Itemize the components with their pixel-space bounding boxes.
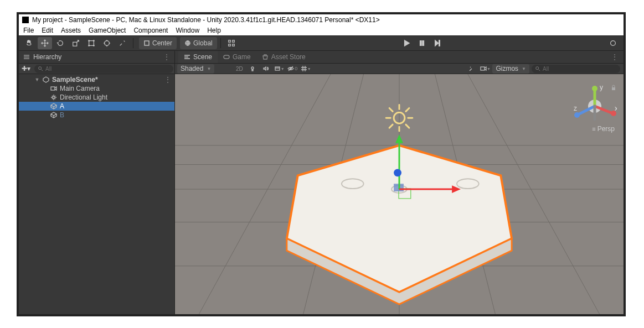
custom-tool[interactable] <box>115 37 130 49</box>
svg-point-25 <box>536 67 539 70</box>
main-toolbar: Center Global <box>19 35 624 51</box>
scene-node[interactable]: ▼ SampleScene* ⋮ <box>19 75 174 84</box>
menu-edit[interactable]: Edit <box>42 27 53 34</box>
tab-game[interactable]: Game <box>218 51 256 63</box>
svg-rect-14 <box>423 41 424 46</box>
transform-tool[interactable] <box>100 37 114 49</box>
app-icon <box>22 17 29 23</box>
hierarchy-tab[interactable]: Hierarchy ⋮ <box>19 51 174 63</box>
audio-toggle[interactable] <box>260 64 272 74</box>
fold-icon[interactable]: ▼ <box>34 77 40 82</box>
hidden-toggle[interactable]: 0 <box>286 64 298 74</box>
scale-tool[interactable] <box>69 37 83 49</box>
hierarchy-search[interactable]: All <box>34 65 173 73</box>
svg-rect-7 <box>145 41 149 45</box>
hierarchy-item[interactable]: Main Camera <box>19 84 174 93</box>
svg-rect-22 <box>275 67 280 70</box>
camera-icon[interactable]: ▼ <box>479 64 491 74</box>
svg-rect-13 <box>420 41 422 46</box>
space-toggle[interactable]: Global <box>180 37 217 49</box>
svg-point-59 <box>592 86 597 91</box>
grid-toggle[interactable]: ▼ <box>300 64 312 74</box>
hierarchy-item-selected[interactable]: A <box>19 102 174 111</box>
unity-icon <box>42 76 50 84</box>
step-button[interactable] <box>430 37 445 49</box>
search-placeholder: All <box>543 66 549 72</box>
item-label: A <box>60 102 64 110</box>
search-icon <box>535 66 540 71</box>
tools-icon[interactable] <box>466 64 478 74</box>
projection-label[interactable]: ≡ Persp <box>592 125 615 133</box>
viewport-svg <box>175 74 624 314</box>
svg-point-6 <box>105 41 110 46</box>
create-button[interactable]: ✚▾ <box>19 65 33 72</box>
menu-assets[interactable]: Assets <box>61 27 81 34</box>
gizmos-dropdown[interactable]: Gizmos▼ <box>492 64 529 74</box>
axis-z-label: z <box>574 105 577 112</box>
svg-rect-11 <box>228 44 230 46</box>
scene-viewport[interactable]: y x z ≡ Persp <box>175 74 624 314</box>
hand-tool[interactable] <box>22 37 37 49</box>
svg-point-56 <box>394 169 401 176</box>
scene-menu-icon[interactable]: ⋮ <box>164 76 174 84</box>
rotate-tool[interactable] <box>53 37 68 49</box>
item-label: Main Camera <box>60 85 100 92</box>
svg-rect-18 <box>51 87 55 90</box>
window-titlebar: My project - SampleScene - PC, Mac & Lin… <box>19 14 624 25</box>
panel-menu-icon[interactable]: ⋮ <box>611 53 620 61</box>
svg-line-46 <box>389 108 393 111</box>
scene-toolbar: Shaded▼ 2D ▼ 0 ▼ ▼ Gizmos▼ All <box>175 63 624 74</box>
svg-point-21 <box>251 67 254 69</box>
play-button[interactable] <box>399 37 414 49</box>
2d-toggle[interactable]: 2D <box>233 64 245 74</box>
pause-button[interactable] <box>415 37 429 49</box>
svg-rect-9 <box>228 40 230 43</box>
svg-point-63 <box>574 112 580 118</box>
menu-gameobject[interactable]: GameObject <box>89 27 126 34</box>
hierarchy-item[interactable]: Directional Light <box>19 93 174 102</box>
lighting-toggle[interactable] <box>246 64 259 74</box>
menu-component[interactable]: Component <box>133 27 168 34</box>
search-icon <box>38 66 43 71</box>
rect-tool[interactable] <box>84 37 99 49</box>
svg-point-19 <box>53 96 55 98</box>
layers-button[interactable] <box>606 37 620 49</box>
svg-line-49 <box>406 108 409 111</box>
svg-rect-24 <box>481 67 485 70</box>
watermark: CSDN @韩曙亮 <box>588 316 640 326</box>
hierarchy-panel: Hierarchy ⋮ ✚▾ All ▼ SampleScene* ⋮ Main… <box>19 51 175 314</box>
snap-toggle[interactable] <box>224 37 239 49</box>
menu-file[interactable]: File <box>23 27 34 34</box>
scene-name: SampleScene* <box>52 76 98 84</box>
tab-asset-store[interactable]: Asset Store <box>256 51 311 63</box>
svg-line-47 <box>406 124 409 128</box>
prefab-icon <box>50 111 58 119</box>
axis-y-label: y <box>600 84 603 91</box>
scene-search[interactable]: All <box>532 65 620 73</box>
pivot-toggle[interactable]: Center <box>139 37 177 49</box>
menu-help[interactable]: Help <box>207 27 221 34</box>
svg-point-17 <box>39 67 42 70</box>
shading-dropdown[interactable]: Shaded▼ <box>177 64 214 74</box>
camera-icon <box>50 85 58 92</box>
window-title: My project - SampleScene - PC, Mac & Lin… <box>32 16 380 24</box>
move-tool[interactable] <box>38 37 52 49</box>
hierarchy-item[interactable]: B <box>19 111 174 119</box>
orientation-gizmo[interactable]: y x z <box>573 84 617 128</box>
scene-panel: Scene Game Asset Store ⋮ Shaded▼ 2D ▼ 0 … <box>175 51 624 314</box>
light-icon <box>50 93 58 101</box>
prefab-icon <box>50 102 58 110</box>
svg-rect-12 <box>232 44 234 46</box>
panel-menu-icon[interactable]: ⋮ <box>163 53 170 61</box>
menu-window[interactable]: Window <box>176 27 199 34</box>
tab-scene[interactable]: Scene <box>178 51 218 63</box>
fx-toggle[interactable]: ▼ <box>273 64 285 74</box>
lock-icon[interactable] <box>610 84 617 91</box>
axis-x-label: x <box>615 105 617 112</box>
item-label: Directional Light <box>60 93 107 101</box>
hierarchy-title: Hierarchy <box>33 53 61 61</box>
svg-rect-65 <box>612 87 615 90</box>
svg-point-16 <box>611 41 616 46</box>
svg-rect-10 <box>232 40 234 43</box>
svg-rect-15 <box>439 40 440 46</box>
